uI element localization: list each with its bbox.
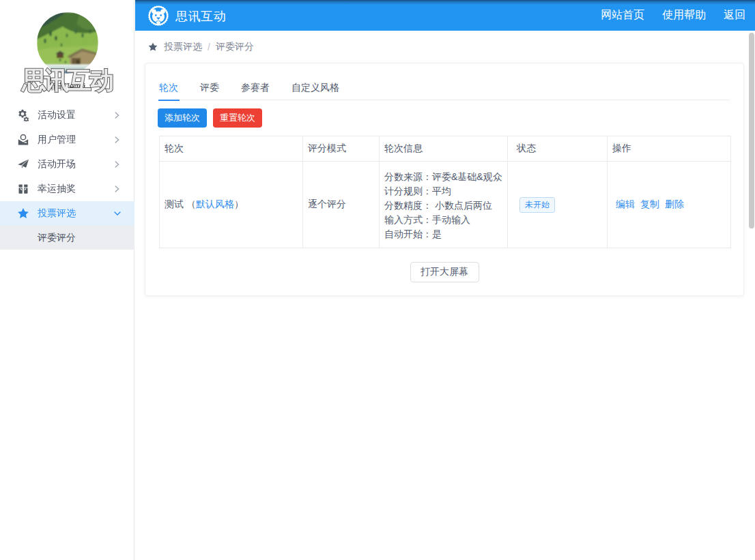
svg-text:思讯互动: 思讯互动	[20, 66, 113, 94]
